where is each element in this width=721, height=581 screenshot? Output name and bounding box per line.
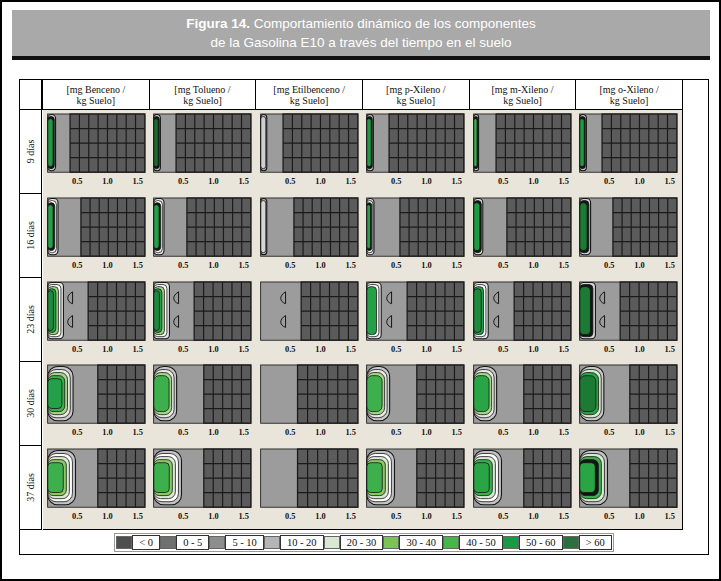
- contour-plot-canvas: 0.51.01.5: [365, 364, 466, 441]
- x-tick-label: 1.0: [421, 177, 431, 186]
- x-tick-label: 1.0: [102, 428, 112, 437]
- x-tick-label: 0.5: [72, 345, 82, 354]
- contour-plot-canvas: 0.51.01.5: [152, 364, 253, 441]
- x-tick-label: 0.5: [391, 261, 401, 270]
- x-tick-label: 0.5: [498, 345, 508, 354]
- x-tick-label: 1.0: [102, 512, 112, 521]
- x-tick-label: 1.5: [345, 428, 355, 437]
- figure-number: Figura 14.: [186, 16, 250, 31]
- contour-plot-canvas: 0.51.01.5: [365, 448, 466, 525]
- x-tick-label: 1.5: [345, 345, 355, 354]
- figure-title-banner: Figura 14. Comportamiento dinámico de lo…: [12, 10, 710, 56]
- x-tick-label: 1.0: [528, 428, 538, 437]
- color-scale-legend: < 00 - 55 - 1010 - 2020 - 3030 - 4040 - …: [114, 533, 613, 552]
- row-labels: 9 días16 días23 días30 días37 días: [20, 110, 42, 530]
- legend-swatch: [383, 536, 399, 549]
- x-tick-label: 1.5: [132, 261, 142, 270]
- column-header-1: [mg Benceno /kg Suelo]: [43, 80, 150, 110]
- x-tick-label: 0.5: [285, 512, 295, 521]
- contour-subplot-9días-Etilbenceno: 0.51.01.5: [256, 110, 363, 194]
- contour-subplot-9días-o-Xileno: 0.51.01.5: [576, 110, 683, 194]
- legend-item-8: 50 - 60: [503, 535, 563, 550]
- legend-swatch: [209, 536, 225, 549]
- legend-item-5: 20 - 30: [324, 535, 384, 550]
- row-label-3: 23 días: [20, 278, 42, 362]
- contour-subplot-37días-Tolueno: 0.51.01.5: [150, 445, 257, 529]
- x-tick-label: 0.5: [72, 428, 82, 437]
- x-tick-label: 1.5: [132, 428, 142, 437]
- row-label-text: 23 días: [25, 305, 36, 334]
- x-tick-label: 1.0: [315, 512, 325, 521]
- contour-plot-canvas: 0.51.01.5: [472, 197, 573, 274]
- contour-subplot-9días-m-Xileno: 0.51.01.5: [469, 110, 576, 194]
- legend-swatch: [503, 536, 519, 549]
- column-header-line2: kg Suelo]: [397, 95, 436, 106]
- legend-label: 0 - 5: [176, 535, 209, 550]
- x-tick-label: 1.5: [239, 512, 249, 521]
- legend-swatch: [563, 536, 579, 549]
- x-tick-label: 1.0: [208, 512, 218, 521]
- contour-subplot-16días-Tolueno: 0.51.01.5: [150, 194, 257, 278]
- legend-swatch: [324, 536, 340, 549]
- contour-plot-canvas: 0.51.01.5: [152, 197, 253, 274]
- x-tick-label: 1.5: [239, 261, 249, 270]
- column-header-line1: [mg o-Xileno /: [599, 84, 658, 95]
- figure-title-line1: Figura 14. Comportamiento dinámico de lo…: [12, 15, 710, 32]
- contour-plot-canvas: 0.51.01.5: [472, 448, 573, 525]
- column-header-line1: [mg p-Xileno /: [386, 84, 445, 95]
- x-tick-label: 1.0: [315, 261, 325, 270]
- x-tick-label: 1.0: [634, 345, 644, 354]
- contour-subplot-30días-m-Xileno: 0.51.01.5: [469, 361, 576, 445]
- x-tick-label: 0.5: [604, 512, 614, 521]
- x-tick-label: 1.5: [665, 261, 675, 270]
- x-tick-label: 1.5: [665, 345, 675, 354]
- contour-plot-canvas: 0.51.01.5: [578, 448, 679, 525]
- column-header-line1: [mg m-Xileno /: [491, 84, 553, 95]
- x-tick-label: 1.0: [421, 261, 431, 270]
- contour-subplot-30días-Benceno: 0.51.01.5: [43, 361, 150, 445]
- x-tick-label: 0.5: [391, 345, 401, 354]
- row-label-1: 9 días: [20, 110, 42, 194]
- contour-subplot-37días-m-Xileno: 0.51.01.5: [469, 445, 576, 529]
- contour-plot-canvas: 0.51.01.5: [578, 197, 679, 274]
- contour-subplot-9días-Benceno: 0.51.01.5: [43, 110, 150, 194]
- contour-plot-canvas: 0.51.01.5: [259, 113, 360, 190]
- x-tick-label: 1.0: [634, 428, 644, 437]
- contour-plot-canvas: 0.51.01.5: [472, 113, 573, 190]
- x-tick-label: 1.0: [102, 345, 112, 354]
- legend-item-6: 30 - 40: [383, 535, 443, 550]
- x-tick-label: 0.5: [285, 428, 295, 437]
- contour-plot-canvas: 0.51.01.5: [46, 448, 147, 525]
- contour-subplot-30días-Etilbenceno: 0.51.01.5: [256, 361, 363, 445]
- row-label-4: 30 días: [20, 362, 42, 446]
- x-tick-label: 1.5: [452, 177, 462, 186]
- legend-item-4: 10 - 20: [264, 535, 324, 550]
- x-tick-label: 0.5: [178, 512, 188, 521]
- x-tick-label: 0.5: [178, 261, 188, 270]
- x-tick-label: 0.5: [604, 345, 614, 354]
- legend-swatch: [443, 536, 459, 549]
- x-tick-label: 0.5: [391, 177, 401, 186]
- contour-subplot-23días-Benceno: 0.51.01.5: [43, 278, 150, 362]
- x-tick-label: 1.5: [239, 177, 249, 186]
- contour-plot-canvas: 0.51.01.5: [46, 197, 147, 274]
- figure-table: [mg Benceno /kg Suelo][mg Tolueno /kg Su…: [19, 79, 709, 555]
- x-tick-label: 1.5: [239, 345, 249, 354]
- legend-swatch: [116, 536, 132, 549]
- x-tick-label: 1.5: [452, 345, 462, 354]
- contour-subplot-23días-Etilbenceno: 0.51.01.5: [256, 278, 363, 362]
- x-tick-label: 0.5: [178, 428, 188, 437]
- column-header-line2: kg Suelo]: [610, 95, 649, 106]
- x-tick-label: 1.5: [345, 512, 355, 521]
- x-tick-label: 0.5: [604, 428, 614, 437]
- legend-label: 10 - 20: [280, 535, 324, 550]
- x-tick-label: 1.5: [132, 177, 142, 186]
- x-tick-label: 1.0: [208, 261, 218, 270]
- row-label-text: 9 días: [25, 140, 36, 164]
- row-label-text: 37 días: [25, 473, 36, 502]
- x-tick-label: 1.5: [452, 428, 462, 437]
- contour-plot-canvas: 0.51.01.5: [152, 113, 253, 190]
- contour-subplot-23días-Tolueno: 0.51.01.5: [150, 278, 257, 362]
- x-tick-label: 1.0: [102, 261, 112, 270]
- contour-plot-canvas: 0.51.01.5: [259, 364, 360, 441]
